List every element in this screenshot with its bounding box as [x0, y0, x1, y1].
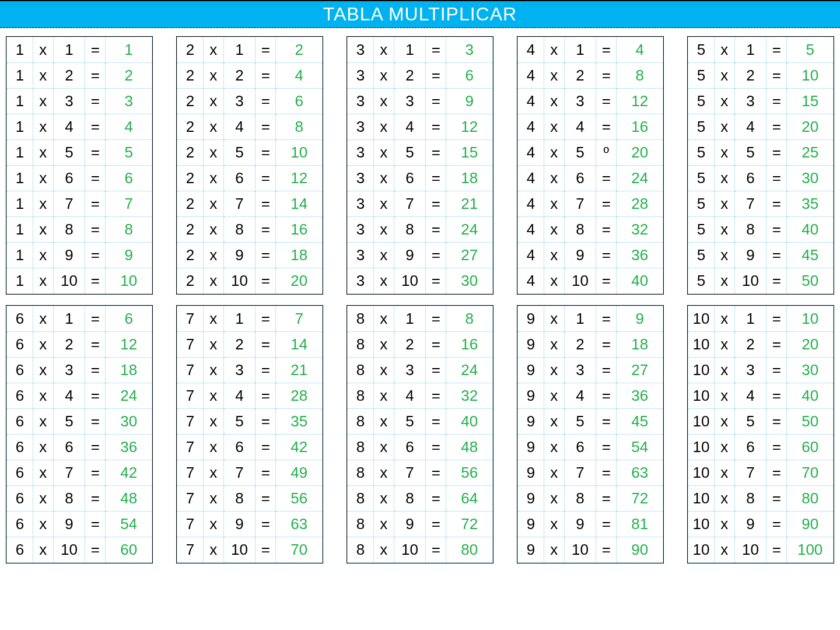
- equals-symbol: =: [426, 217, 446, 243]
- factor-b: 9: [223, 243, 256, 268]
- equals-symbol: =: [85, 37, 106, 63]
- factor-a: 3: [348, 140, 374, 166]
- factor-a: 8: [348, 486, 374, 512]
- table-row: 3x5=15: [348, 140, 493, 166]
- result: 56: [276, 486, 323, 512]
- factor-b: 5: [564, 409, 596, 435]
- table-row: 1x5=5: [7, 140, 152, 166]
- times-symbol: x: [544, 383, 564, 409]
- times-symbol: x: [203, 460, 223, 486]
- times-symbol: x: [714, 486, 734, 512]
- equals-symbol: =: [766, 512, 787, 537]
- times-symbol: x: [203, 409, 223, 435]
- result: 90: [617, 537, 663, 563]
- equals-symbol: =: [426, 435, 446, 460]
- table-row: 4x5º20: [518, 140, 663, 166]
- table-row: 7x10=70: [177, 537, 323, 563]
- factor-b: 7: [53, 191, 85, 217]
- result: 10: [787, 306, 834, 332]
- times-symbol: x: [33, 512, 53, 537]
- factor-b: 1: [223, 37, 256, 63]
- table-row: 4x4=16: [518, 114, 663, 140]
- table-row: 8x8=64: [348, 486, 493, 512]
- factor-a: 7: [177, 486, 204, 512]
- equals-symbol: =: [85, 435, 106, 460]
- factor-b: 4: [564, 383, 596, 409]
- table-row: 1x3=3: [7, 89, 152, 114]
- factor-b: 4: [223, 114, 256, 140]
- factor-b: 1: [564, 37, 596, 63]
- table-row: 8x2=16: [348, 332, 493, 358]
- table-row: 4x2=8: [518, 63, 663, 89]
- factor-b: 8: [394, 217, 426, 243]
- factor-a: 6: [7, 537, 33, 563]
- factor-b: 9: [734, 243, 766, 268]
- times-symbol: x: [373, 114, 394, 140]
- result: 54: [617, 435, 663, 460]
- table-row: 10x1=10: [688, 306, 834, 332]
- equals-symbol: =: [256, 37, 276, 63]
- factor-b: 8: [223, 486, 256, 512]
- table-row: 2x9=18: [177, 243, 323, 268]
- factor-a: 9: [518, 486, 544, 512]
- equals-symbol: =: [426, 140, 446, 166]
- factor-b: 10: [223, 537, 256, 563]
- factor-b: 10: [734, 268, 766, 294]
- equals-symbol: =: [766, 37, 787, 63]
- times-symbol: x: [203, 512, 223, 537]
- factor-a: 8: [348, 332, 374, 358]
- factor-a: 4: [518, 37, 544, 63]
- factor-b: 6: [564, 166, 596, 191]
- result: 10: [787, 63, 834, 89]
- table-row: 6x5=30: [7, 409, 152, 435]
- factor-b: 8: [394, 486, 426, 512]
- times-symbol: x: [203, 383, 223, 409]
- times-symbol: x: [544, 306, 564, 332]
- table-row: 2x8=16: [177, 217, 323, 243]
- equals-symbol: =: [85, 191, 106, 217]
- table-row: 2x2=4: [177, 63, 323, 89]
- table-row: 2x6=12: [177, 166, 323, 191]
- factor-a: 4: [518, 89, 544, 114]
- equals-symbol: =: [426, 114, 446, 140]
- factor-a: 7: [177, 332, 204, 358]
- table-block-10: 10x1=1010x2=2010x3=3010x4=4010x5=5010x6=…: [687, 305, 834, 564]
- table-row: 7x7=49: [177, 460, 323, 486]
- times-symbol: x: [33, 435, 53, 460]
- factor-a: 9: [518, 358, 544, 383]
- factor-a: 2: [177, 89, 204, 114]
- times-symbol: x: [544, 243, 564, 268]
- times-symbol: x: [373, 166, 394, 191]
- times-symbol: x: [33, 268, 53, 294]
- equals-symbol: =: [426, 383, 446, 409]
- table-block-9: 9x1=99x2=189x3=279x4=369x5=459x6=549x7=6…: [517, 305, 664, 564]
- factor-b: 9: [734, 512, 766, 537]
- result: 24: [446, 217, 493, 243]
- table-block-5: 5x1=55x2=105x3=155x4=205x5=255x6=305x7=3…: [687, 36, 834, 295]
- table-row: 6x7=42: [7, 460, 152, 486]
- result: 12: [276, 166, 323, 191]
- factor-a: 1: [7, 140, 33, 166]
- factor-b: 6: [564, 435, 596, 460]
- times-symbol: x: [203, 63, 223, 89]
- result: 49: [276, 460, 323, 486]
- equals-symbol: =: [426, 332, 446, 358]
- table-row: 5x10=50: [688, 268, 834, 294]
- table-row: 10x7=70: [688, 460, 834, 486]
- table-row: 5x4=20: [688, 114, 834, 140]
- factor-a: 8: [348, 306, 374, 332]
- times-symbol: x: [33, 217, 53, 243]
- table-row: 4x9=36: [518, 243, 663, 268]
- factor-b: 3: [394, 358, 426, 383]
- result: 18: [276, 243, 323, 268]
- result: 6: [446, 63, 493, 89]
- table-row: 5x7=35: [688, 191, 834, 217]
- factor-b: 2: [223, 63, 256, 89]
- factor-b: 1: [734, 37, 766, 63]
- table-block-2: 2x1=22x2=42x3=62x4=82x5=102x6=122x7=142x…: [176, 36, 323, 295]
- table-row: 8x7=56: [348, 460, 493, 486]
- equals-symbol: =: [426, 37, 446, 63]
- times-symbol: x: [203, 166, 223, 191]
- factor-a: 2: [177, 114, 204, 140]
- equals-symbol: =: [256, 306, 276, 332]
